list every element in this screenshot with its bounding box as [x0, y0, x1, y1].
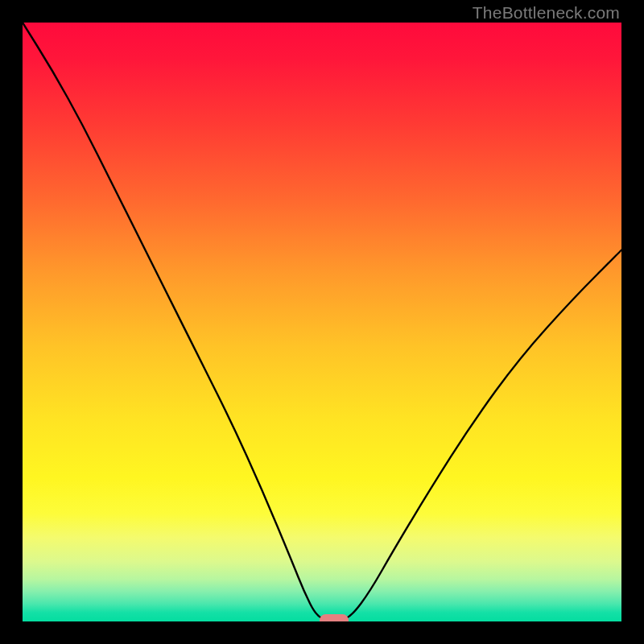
plot-area [23, 23, 621, 621]
watermark-text: TheBottleneck.com [473, 3, 620, 23]
chart-frame: TheBottleneck.com [0, 0, 644, 644]
bottleneck-curve-svg [23, 23, 621, 621]
bottleneck-curve-path [23, 23, 621, 621]
optimal-point-marker [320, 614, 349, 621]
